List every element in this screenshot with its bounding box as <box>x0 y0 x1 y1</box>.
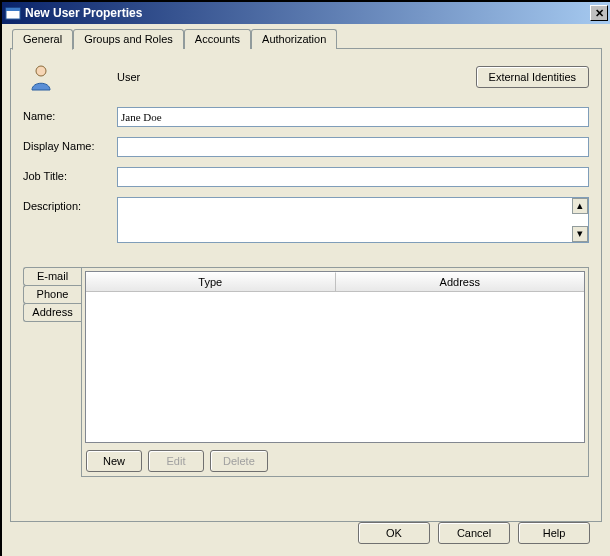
delete-contact-button[interactable]: Delete <box>210 450 268 472</box>
side-tab-address[interactable]: Address <box>23 303 81 322</box>
tab-panel-general: User External Identities Name: Display N… <box>10 48 602 522</box>
tab-accounts-label: Accounts <box>195 33 240 45</box>
contacts-main: Type Address New Edit <box>81 267 589 477</box>
delete-label: Delete <box>223 455 255 467</box>
cancel-label: Cancel <box>457 527 491 539</box>
side-tab-phone[interactable]: Phone <box>23 285 81 304</box>
column-type-label: Type <box>198 276 222 288</box>
contacts-list-header: Type Address <box>86 272 584 292</box>
tab-authorization-label: Authorization <box>262 33 326 45</box>
name-label: Name: <box>23 107 117 122</box>
chevron-down-icon: ▾ <box>577 227 583 239</box>
edit-contact-button[interactable]: Edit <box>148 450 204 472</box>
help-label: Help <box>543 527 566 539</box>
user-icon <box>29 63 57 91</box>
chevron-up-icon: ▴ <box>577 199 583 211</box>
side-tab-email[interactable]: E-mail <box>23 267 81 286</box>
job-title-input[interactable] <box>117 167 589 187</box>
column-header-address[interactable]: Address <box>336 272 585 291</box>
help-button[interactable]: Help <box>518 522 590 544</box>
dialog-footer: OK Cancel Help <box>358 522 590 544</box>
side-tab-address-label: Address <box>32 306 72 318</box>
title-bar: New User Properties ✕ <box>2 2 610 24</box>
ok-button[interactable]: OK <box>358 522 430 544</box>
contacts-list-body <box>86 292 584 442</box>
external-identities-button[interactable]: External Identities <box>476 66 589 88</box>
svg-rect-1 <box>6 8 20 11</box>
description-scrollbar: ▴ ▾ <box>572 198 588 242</box>
panel-header: User External Identities <box>23 63 589 91</box>
tab-accounts[interactable]: Accounts <box>184 29 251 49</box>
close-icon: ✕ <box>595 8 604 19</box>
name-input[interactable] <box>117 107 589 127</box>
cancel-button[interactable]: Cancel <box>438 522 510 544</box>
tab-strip: General Groups and Roles Accounts Author… <box>12 29 602 49</box>
contacts-side-tabs: E-mail Phone Address <box>23 267 81 477</box>
tab-general[interactable]: General <box>12 29 73 50</box>
side-tab-email-label: E-mail <box>37 270 68 282</box>
display-name-label: Display Name: <box>23 137 117 152</box>
column-address-label: Address <box>440 276 480 288</box>
tab-groups-label: Groups and Roles <box>84 33 173 45</box>
description-label: Description: <box>23 197 117 212</box>
side-tab-phone-label: Phone <box>37 288 69 300</box>
contacts-actions: New Edit Delete <box>82 446 588 476</box>
scroll-up-button[interactable]: ▴ <box>572 198 588 214</box>
display-name-input[interactable] <box>117 137 589 157</box>
ok-label: OK <box>386 527 402 539</box>
tab-general-label: General <box>23 33 62 45</box>
contacts-list[interactable]: Type Address <box>85 271 585 443</box>
svg-point-2 <box>36 66 46 76</box>
contacts-section: E-mail Phone Address Type Address <box>23 267 589 477</box>
description-input[interactable] <box>117 197 589 243</box>
scroll-down-button[interactable]: ▾ <box>572 226 588 242</box>
job-title-label: Job Title: <box>23 167 117 182</box>
edit-label: Edit <box>167 455 186 467</box>
close-button[interactable]: ✕ <box>590 5 608 21</box>
entity-type-label: User <box>117 71 140 83</box>
new-label: New <box>103 455 125 467</box>
column-header-type[interactable]: Type <box>86 272 336 291</box>
tab-groups-roles[interactable]: Groups and Roles <box>73 29 184 49</box>
app-icon <box>5 5 21 21</box>
external-identities-label: External Identities <box>489 71 576 83</box>
tab-authorization[interactable]: Authorization <box>251 29 337 49</box>
new-contact-button[interactable]: New <box>86 450 142 472</box>
window-title: New User Properties <box>25 6 590 20</box>
